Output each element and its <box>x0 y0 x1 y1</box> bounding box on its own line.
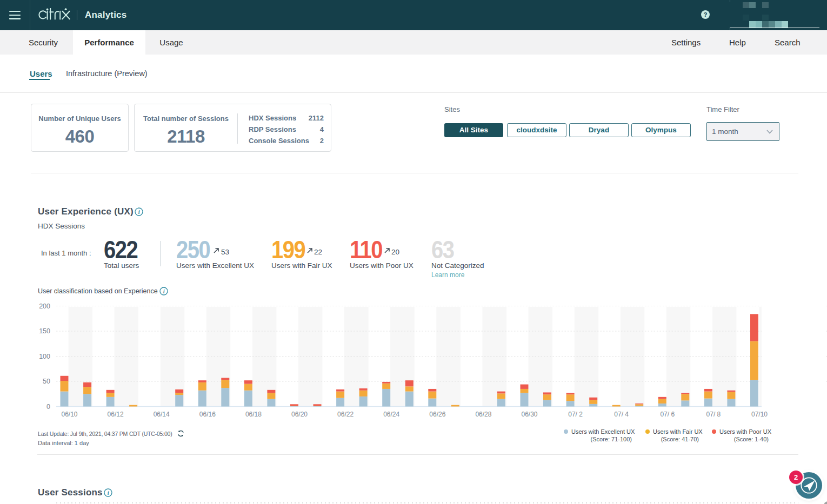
svg-text:06/10: 06/10 <box>61 411 77 418</box>
svg-text:100: 100 <box>39 353 50 360</box>
svg-text:150: 150 <box>39 327 50 335</box>
svg-text:06/22: 06/22 <box>337 411 354 418</box>
svg-text:07/ 4: 07/ 4 <box>614 411 629 418</box>
svg-text:07/ 6: 07/ 6 <box>660 411 675 418</box>
svg-text:06/20: 06/20 <box>291 411 308 418</box>
svg-text:06/14: 06/14 <box>154 411 170 418</box>
svg-text:07/10: 07/10 <box>751 411 768 418</box>
svg-text:06/30: 06/30 <box>521 411 537 418</box>
svg-text:06/26: 06/26 <box>429 411 445 418</box>
svg-text:06/24: 06/24 <box>383 411 399 418</box>
svg-text:i: i <box>138 209 140 215</box>
svg-text:07/ 2: 07/ 2 <box>568 411 583 418</box>
svg-text:i: i <box>108 490 109 496</box>
svg-text:50: 50 <box>43 378 50 385</box>
svg-text:07/ 8: 07/ 8 <box>706 411 721 418</box>
svg-text:06/12: 06/12 <box>108 411 124 418</box>
svg-text:i: i <box>163 288 164 294</box>
svg-text:06/28: 06/28 <box>475 411 491 418</box>
svg-text:0: 0 <box>46 403 50 411</box>
svg-text:06/18: 06/18 <box>245 411 262 418</box>
svg-text:200: 200 <box>39 303 50 310</box>
svg-text:06/16: 06/16 <box>199 411 216 418</box>
